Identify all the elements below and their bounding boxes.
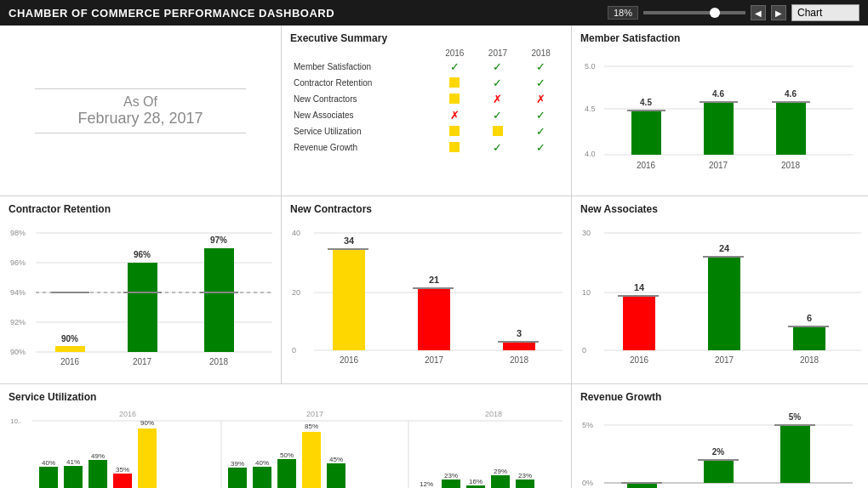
svg-text:40%: 40% xyxy=(42,459,55,467)
svg-text:94%: 94% xyxy=(10,288,26,297)
exec-cell-2017: ✗ xyxy=(477,91,520,107)
svg-text:2%: 2% xyxy=(712,447,725,457)
exec-cell-2018: ✓ xyxy=(519,139,562,156)
svg-text:24: 24 xyxy=(719,243,730,253)
svg-text:23%: 23% xyxy=(518,472,532,479)
svg-text:10..: 10.. xyxy=(10,417,21,425)
svg-text:2017: 2017 xyxy=(133,357,152,366)
svg-text:92%: 92% xyxy=(10,318,26,326)
svg-text:39%: 39% xyxy=(231,460,244,468)
check-icon: ✓ xyxy=(493,141,502,154)
svg-text:5.0: 5.0 xyxy=(585,62,596,71)
svg-text:34: 34 xyxy=(344,235,355,246)
svg-text:40: 40 xyxy=(292,229,300,237)
svg-rect-90 xyxy=(302,432,321,488)
svg-text:10: 10 xyxy=(582,288,591,297)
svg-text:2018: 2018 xyxy=(485,410,502,418)
svg-text:23%: 23% xyxy=(444,472,458,479)
svg-text:2018: 2018 xyxy=(800,355,819,365)
svg-text:2017: 2017 xyxy=(709,161,728,170)
yellow-square-icon xyxy=(449,126,460,136)
svg-text:2016: 2016 xyxy=(119,410,136,418)
svg-rect-84 xyxy=(228,468,247,488)
svg-text:4.0: 4.0 xyxy=(585,150,596,158)
executive-summary-panel: Executive Summary 2016 2017 2018 Member … xyxy=(282,26,571,196)
svg-rect-76 xyxy=(64,466,83,488)
svg-rect-96 xyxy=(442,479,460,488)
svg-text:12%: 12% xyxy=(420,480,433,488)
svg-text:0: 0 xyxy=(292,346,296,355)
svg-text:3: 3 xyxy=(517,328,522,338)
svg-text:90%: 90% xyxy=(10,348,26,356)
new-associates-title: New Associates xyxy=(580,203,861,215)
svg-rect-102 xyxy=(516,479,534,488)
exec-cell-2016: ✗ xyxy=(433,107,477,123)
svg-text:2016: 2016 xyxy=(60,357,80,366)
exec-cell-2016: ✓ xyxy=(433,59,477,75)
zoom-slider[interactable] xyxy=(643,11,745,14)
svg-text:6: 6 xyxy=(807,313,812,323)
svg-text:2017: 2017 xyxy=(715,355,734,365)
check-icon: ✓ xyxy=(536,109,545,122)
svg-text:96%: 96% xyxy=(10,258,26,267)
exec-row: Revenue Growth✓✓ xyxy=(290,139,562,156)
executive-summary-table: 2016 2017 2018 Member Satisfaction✓✓✓Con… xyxy=(290,48,562,156)
col-2018: 2018 xyxy=(519,48,562,59)
revenue-growth-title: Revenue Growth xyxy=(580,391,861,403)
bar-ms-2018 xyxy=(776,102,806,155)
header-controls: 18% ◀ ▶ Chart xyxy=(608,4,859,21)
svg-text:96%: 96% xyxy=(134,250,151,259)
exec-row: Contractor Retention✓✓ xyxy=(290,75,562,91)
nav-right-button[interactable]: ▶ xyxy=(771,5,786,20)
svg-text:4.5: 4.5 xyxy=(640,98,652,107)
col-2017: 2017 xyxy=(477,48,520,59)
revenue-growth-panel: Revenue Growth 5% 0% (2)% 2% 5% 2016 xyxy=(572,384,868,488)
nav-left-button[interactable]: ◀ xyxy=(751,5,766,20)
col-2016: 2016 xyxy=(433,48,477,59)
svg-text:30: 30 xyxy=(582,229,591,237)
check-icon: ✓ xyxy=(493,60,502,73)
exec-row-label: Service Utilization xyxy=(290,123,433,139)
exec-row-label: Contractor Retention xyxy=(290,75,433,91)
svg-text:45%: 45% xyxy=(329,456,343,463)
svg-text:35%: 35% xyxy=(116,466,129,474)
svg-rect-86 xyxy=(253,467,271,488)
bar-rg-2017 xyxy=(704,460,734,483)
check-icon: ✓ xyxy=(493,77,502,89)
check-icon: ✓ xyxy=(536,60,545,73)
svg-rect-78 xyxy=(89,460,107,488)
new-contractors-title: New Contractors xyxy=(290,203,562,215)
exec-cell-2018: ✓ xyxy=(519,59,562,75)
chart-type-select[interactable]: Chart xyxy=(791,4,859,21)
exec-cell-2018: ✓ xyxy=(519,123,562,139)
zoom-level: 18% xyxy=(608,6,638,20)
exec-cell-2017: ✓ xyxy=(477,107,520,123)
svg-text:97%: 97% xyxy=(210,235,227,245)
svg-rect-100 xyxy=(491,475,510,488)
svg-text:90%: 90% xyxy=(140,419,154,427)
svg-text:0%: 0% xyxy=(582,479,593,487)
contractor-retention-title: Contractor Retention xyxy=(9,203,272,215)
member-satisfaction-panel: Member Satisfaction 5.0 4.5 4.0 4.5 2016… xyxy=(572,26,868,196)
exec-cell-2016 xyxy=(433,75,477,91)
svg-text:16%: 16% xyxy=(469,478,483,485)
svg-text:40%: 40% xyxy=(255,459,269,467)
check-icon: ✓ xyxy=(536,77,545,89)
svg-text:2016: 2016 xyxy=(630,355,649,365)
svg-text:4.5: 4.5 xyxy=(585,105,596,113)
yellow-square-icon xyxy=(449,142,460,152)
member-satisfaction-title: Member Satisfaction xyxy=(580,32,861,44)
bar-nc-2017 xyxy=(418,288,450,350)
service-utilization-panel: Service Utilization 10.. 50% 2016 2017 2… xyxy=(0,384,571,488)
as-of-date: February 28, 2017 xyxy=(77,110,203,128)
executive-summary-title: Executive Summary xyxy=(290,32,562,44)
svg-text:98%: 98% xyxy=(10,229,26,237)
dashboard-grid: As Of February 28, 2017 Executive Summar… xyxy=(0,26,868,488)
as-of-panel: As Of February 28, 2017 xyxy=(0,26,281,196)
exec-cell-2017: ✓ xyxy=(477,139,520,156)
svg-text:5%: 5% xyxy=(582,421,593,429)
exec-cell-2017 xyxy=(477,123,520,139)
exec-row-label: Member Satisfaction xyxy=(290,59,433,75)
bar-cr-2017 xyxy=(128,263,157,352)
bar-cr-2016 xyxy=(55,346,85,352)
